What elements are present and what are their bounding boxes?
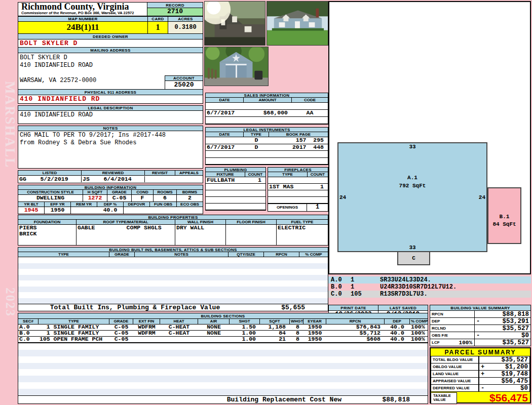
built-ins-total-value: $5,655: [252, 304, 328, 311]
cell: % COMP: [299, 252, 328, 257]
cell: C-HEAT: [160, 324, 198, 330]
building-properties-header-row: FOUNDATIONROOF TYPE/MATERIALWALL FINISHF…: [18, 220, 328, 225]
built-ins-header-row: TYPEGRADENOTESQTY/SIZERPCN% COMP: [18, 252, 328, 257]
value-summary-label-cell: LCF100%: [430, 339, 475, 346]
parcel-summary-row: TOTAL BLDG VALUE$35,527: [431, 356, 530, 363]
building-info-value-row-2: 1945195040.0: [18, 207, 203, 214]
plumbing-section: PLUMBING FIXTURECOUNT FULLBATH1: [205, 167, 266, 211]
cell: $68,000: [244, 110, 292, 116]
cell: 1 SINGLE FAMILY: [39, 330, 109, 336]
value-summary-label: OBS F/E: [432, 333, 448, 338]
cell: EFF YR: [45, 202, 71, 207]
legend-code: 1: [351, 284, 380, 291]
empty-row: [18, 350, 428, 356]
built-ins-total-row: Total Built Ins, Plumbing & Fireplace Va…: [18, 304, 328, 311]
card-label: CARD: [147, 16, 168, 22]
print-date-label: PRINT DATE: [328, 305, 378, 311]
sketch-b-sqft: 84 SqFt: [488, 221, 520, 227]
cell: 100%: [410, 324, 428, 330]
value-summary-pct: 100%: [459, 340, 472, 346]
sketch-legend: A.0 1 SR33U24L33D24. B.0 1 U24R33D10SR7D…: [328, 276, 531, 298]
legend-trace: SR33U24L33D24.: [380, 276, 531, 284]
building-properties-header: BUILDING PROPERTIES: [18, 215, 328, 220]
side-label-marshall: MARSHALL: [2, 81, 18, 168]
cell: AMOUNT: [244, 98, 292, 102]
sketch-dim-bottom: 33: [409, 245, 415, 251]
cell: SHGT: [230, 319, 260, 324]
empty-row: [18, 389, 428, 395]
cell: 1: [308, 184, 328, 190]
notes-header: NOTES: [18, 126, 203, 131]
parcel-summary-row: LAND VALUE+$19,748: [431, 371, 530, 378]
cell: C-05: [109, 324, 133, 330]
cell: GRADE: [107, 190, 132, 194]
cell: QTY/SIZE: [229, 252, 264, 257]
cell: 1.00: [230, 330, 260, 336]
cell: TYPE: [268, 172, 308, 177]
parcel-summary-label: OBLDG VALUE: [431, 363, 479, 371]
cell: DRY WALL: [175, 225, 226, 245]
account-label: ACCOUNT: [165, 75, 203, 81]
cell: 1: [245, 177, 265, 183]
parcel-summary-operator: -: [479, 385, 486, 392]
cell: % COMP: [410, 319, 428, 324]
account-value: 25020: [165, 81, 203, 90]
cell: 100%: [410, 330, 428, 336]
cell: SEC#: [18, 319, 39, 324]
legend-code: 105: [351, 291, 380, 298]
fireplaces-header-row: TYPECOUNT: [268, 172, 328, 177]
cell: C-05: [107, 195, 132, 201]
physical-911-header: PHYSICAL 911 ADDRESS: [18, 90, 203, 95]
county-title: Richmond County, Virginia: [21, 3, 147, 11]
plumbing-header-row: FIXTURECOUNT: [205, 172, 266, 177]
legal-instrument-row: D157 295: [206, 137, 328, 144]
cell: TYPE: [18, 252, 109, 257]
cell: $76,843: [326, 324, 385, 330]
value-summary-operator: -: [475, 318, 482, 325]
cell: RPCN: [326, 319, 385, 324]
sales-header-row: DATEAMOUNTCODE: [205, 98, 328, 103]
cell: HEAT: [160, 319, 198, 324]
cell: DEP %: [97, 202, 124, 207]
sketch-panel: 33 33 24 24 A.1 792 SqFt B.1 84 SqFt C: [328, 1, 531, 274]
sketch-dim-right: 24: [479, 194, 485, 200]
parcel-summary-operator: +: [479, 363, 486, 371]
cell: FOUNDATION: [18, 220, 77, 224]
cell: 1950: [303, 324, 326, 330]
building-value-summary-header: BUILDING VALUE SUMMARY: [430, 305, 531, 311]
cell: 1.00: [230, 336, 260, 342]
building-info-value-row-1: DWELLING1272C-05F62: [18, 195, 203, 202]
cell: C.0: [18, 336, 39, 342]
cell: FIXTURE: [206, 172, 245, 177]
sketch-dim-top: 33: [409, 144, 415, 150]
cell: AIR: [198, 319, 230, 324]
review-value-row: GG 5/2/2019JS 6/4/2014: [18, 176, 203, 183]
empty-row: [18, 363, 428, 370]
cell: A.0: [18, 324, 39, 330]
cell: 1950: [303, 330, 326, 336]
building-info-header-row-1: CONSTRUCTION STYLEH SQFTGRADECONDROOMSBD…: [18, 190, 203, 195]
plumbing-row: [206, 190, 265, 197]
sketch-section-a: 33 33 24 24 A.1 792 SqFt: [337, 142, 487, 252]
cell: PIERS BRICK: [18, 225, 77, 245]
parcel-summary-value-cell: +$1,200: [479, 363, 530, 371]
review-header-row: LISTEDREVIEWEDREVISITAPPEALS: [18, 170, 203, 176]
cell: 40.0: [385, 330, 410, 336]
sketch-a-id: A.1: [338, 175, 486, 181]
fireplace-row: 1ST MAS1: [268, 184, 328, 190]
value-summary-label: LCF: [432, 340, 440, 345]
cell: CODE: [292, 98, 328, 102]
legal-instruments-section: LEGAL INSTRUMENTS DATETYPEBOOK PAGE D157…: [205, 127, 328, 165]
replacement-cost-value: $88,818: [362, 396, 428, 403]
cell: CONSTRUCTION STYLE: [18, 190, 83, 194]
value-summary-row: RPCN$88,818: [430, 311, 531, 318]
cell: NONE: [198, 324, 230, 330]
sales-row: [206, 103, 328, 110]
sketch-b-id: B.1: [488, 214, 520, 220]
cell: ECO OBS: [177, 202, 203, 207]
value-summary-row: DEP-$53,291: [430, 318, 531, 325]
empty-row: [18, 343, 428, 350]
physical-911-value: 410 INDIANFIELD RD: [18, 95, 203, 104]
cell: 1272: [83, 195, 107, 201]
house-photo-lawn: [267, 2, 328, 45]
